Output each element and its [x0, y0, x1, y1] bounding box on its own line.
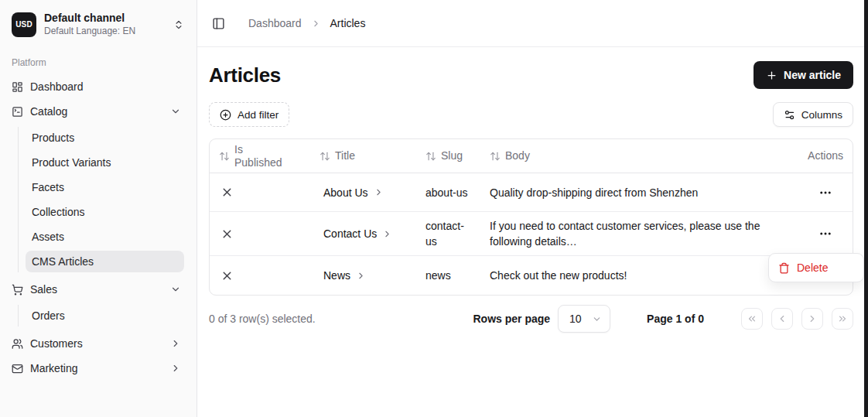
article-slug: contact-us: [416, 212, 478, 255]
rows-per-page-select[interactable]: 10: [558, 305, 610, 333]
rows-per-page-value: 10: [569, 313, 582, 325]
page-info: Page 1 of 0: [647, 313, 704, 325]
chevrons-left-icon: [747, 313, 757, 324]
sidebar-item-dashboard[interactable]: Dashboard: [12, 76, 184, 97]
article-body: Quality drop-shipping direct from Shenzh…: [480, 179, 767, 207]
delete-label: Delete: [797, 261, 828, 274]
breadcrumb-articles: Articles: [330, 17, 366, 29]
chevron-right-icon: [382, 229, 392, 239]
sidebar-item-product-variants[interactable]: Product Variants: [26, 152, 184, 173]
sidebar: USD Default channel Default Language: EN…: [0, 0, 197, 417]
table-row[interactable]: About Us about-us Quality drop-shipping …: [210, 173, 853, 212]
chevron-right-icon: [170, 338, 181, 349]
articles-table: Is Published Title Slug: [209, 138, 853, 296]
article-title-link[interactable]: About Us: [310, 179, 416, 207]
channel-meta: Default channel Default Language: EN: [44, 12, 166, 37]
sort-arrows-icon[interactable]: [320, 151, 330, 162]
table-header-row: Is Published Title Slug: [210, 139, 853, 173]
sidebar-item-label: CMS Articles: [32, 255, 94, 268]
column-header-slug[interactable]: Slug: [416, 146, 480, 166]
row-actions: [767, 220, 853, 247]
chevron-down-icon: [170, 284, 181, 295]
columns-label: Columns: [801, 109, 842, 121]
chevrons-up-down-icon: [173, 19, 184, 30]
article-body: Check out the new products!: [480, 261, 767, 289]
first-page-button[interactable]: [741, 308, 763, 330]
body-text: Quality drop-shipping direct from Shenzh…: [490, 185, 698, 200]
panel-left-toggle-icon[interactable]: [212, 17, 225, 30]
column-header-body[interactable]: Body: [480, 146, 767, 166]
x-icon: [220, 227, 234, 241]
channel-badge: USD: [12, 12, 36, 37]
sidebar-item-catalog[interactable]: Catalog: [12, 101, 184, 122]
platform-section-label: Platform: [12, 57, 184, 68]
previous-page-button[interactable]: [771, 308, 793, 330]
more-horizontal-icon[interactable]: [818, 186, 832, 200]
columns-button[interactable]: Columns: [773, 102, 853, 127]
chevron-right-icon: [807, 313, 818, 324]
plus-icon: [766, 70, 777, 81]
layout-dashboard-icon: [12, 81, 23, 93]
chevron-right-icon: [356, 271, 366, 281]
circle-plus-icon: [220, 109, 231, 121]
add-filter-label: Add filter: [238, 109, 279, 121]
x-icon: [220, 269, 234, 282]
sidebar-item-products[interactable]: Products: [26, 127, 184, 149]
article-slug: about-us: [416, 179, 478, 207]
sidebar-item-label: Dashboard: [30, 80, 84, 93]
sidebar-item-label: Catalog: [30, 105, 67, 118]
sort-arrows-icon[interactable]: [425, 151, 436, 162]
sort-arrows-icon[interactable]: [219, 151, 230, 162]
sidebar-item-assets[interactable]: Assets: [26, 226, 184, 248]
add-filter-button[interactable]: Add filter: [209, 102, 289, 127]
selected-rows-info: 0 of 3 row(s) selected.: [209, 313, 316, 325]
channel-name: Default channel: [44, 12, 166, 25]
last-page-button[interactable]: [832, 308, 853, 330]
column-header-actions: Actions: [767, 146, 853, 166]
breadcrumb-dashboard[interactable]: Dashboard: [248, 17, 302, 29]
article-title-link[interactable]: Contact Us: [310, 220, 416, 248]
main-content: Dashboard Articles Articles New article …: [197, 0, 865, 417]
new-article-button[interactable]: New article: [754, 61, 853, 89]
table-footer: 0 of 3 row(s) selected. Rows per page 10…: [209, 305, 853, 333]
article-body: If you need to contact customer services…: [480, 212, 767, 255]
chevron-left-icon: [777, 313, 788, 324]
column-label: Slug: [441, 149, 463, 162]
published-status: [210, 179, 310, 205]
delete-menu-item[interactable]: Delete: [772, 257, 860, 279]
chevron-right-icon: [170, 363, 181, 374]
chevron-down-icon: [170, 106, 181, 117]
sidebar-item-label: Product Variants: [32, 156, 111, 169]
channel-switcher[interactable]: USD Default channel Default Language: EN: [12, 12, 184, 37]
next-page-button[interactable]: [801, 308, 823, 330]
row-actions: [767, 179, 853, 206]
table-row[interactable]: Contact Us contact-us If you need to con…: [210, 212, 853, 256]
column-header-title[interactable]: Title: [310, 146, 416, 166]
article-title-link[interactable]: News: [310, 261, 416, 289]
table-row[interactable]: News news Check out the new products!: [210, 256, 853, 295]
more-horizontal-icon[interactable]: [818, 227, 832, 241]
catalog-submenu: Products Product Variants Facets Collect…: [18, 127, 184, 272]
sidebar-item-collections[interactable]: Collections: [26, 201, 184, 223]
sidebar-item-sales[interactable]: Sales: [12, 279, 184, 300]
sidebar-item-cms-articles[interactable]: CMS Articles: [26, 251, 184, 272]
column-header-is-published[interactable]: Is Published: [210, 140, 310, 173]
sidebar-nav: Dashboard Catalog Products Product Varia…: [12, 76, 184, 379]
sidebar-item-customers[interactable]: Customers: [12, 333, 184, 354]
sidebar-item-marketing[interactable]: Marketing: [12, 357, 184, 379]
published-status: [210, 263, 310, 289]
rows-per-page-label: Rows per page: [473, 313, 550, 325]
sales-submenu: Orders: [18, 305, 184, 326]
sidebar-item-orders[interactable]: Orders: [26, 305, 184, 326]
published-status: [210, 221, 310, 247]
screen-edge-strip: [864, 0, 868, 417]
column-label: Is Published: [234, 143, 292, 169]
sort-arrows-icon[interactable]: [490, 151, 501, 162]
article-slug: news: [416, 261, 478, 289]
trash-icon: [778, 262, 790, 274]
mail-icon: [12, 363, 23, 374]
column-label: Body: [505, 149, 530, 162]
chevron-right-icon: [374, 187, 384, 197]
chevrons-right-icon: [837, 313, 848, 324]
sidebar-item-facets[interactable]: Facets: [26, 176, 184, 198]
